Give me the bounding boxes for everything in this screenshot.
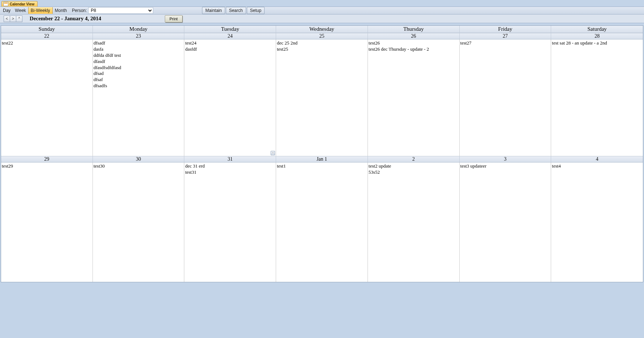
event-item[interactable]: 53s52 (369, 169, 459, 176)
view-biweekly-button[interactable]: Bi-Weekly (28, 7, 53, 14)
today-button[interactable]: ^ (16, 16, 22, 22)
day-cell[interactable]: test27 (460, 39, 551, 156)
date-range-label: December 22 - January 4, 2014 (30, 16, 101, 22)
event-item[interactable]: dfasdf (94, 59, 184, 65)
date-row-week2: 29 30 31 Jan 1 2 3 4 (1, 156, 643, 162)
prev-button[interactable]: < (4, 16, 10, 22)
day-cell[interactable]: test22 (1, 39, 93, 156)
event-item[interactable]: dec 25 2nd (277, 40, 367, 46)
form-tab[interactable]: Calendar View (1, 1, 38, 7)
day-header-saturday: Saturday (551, 26, 643, 33)
day-cell[interactable]: test30 (93, 162, 185, 282)
day-cell[interactable]: test29 (1, 162, 93, 282)
toolbar-right-group: Maintain Search Setup (202, 7, 265, 14)
day-cell[interactable]: dec 31 erdtest31 (184, 162, 276, 282)
form-tab-header: Calendar View (0, 0, 644, 7)
calendar-grid: Sunday Monday Tuesday Wednesday Thursday… (1, 25, 643, 282)
navigation-row: < > ^ December 22 - January 4, 2014 Prin… (0, 14, 644, 23)
date-cell[interactable]: Jan 1 (276, 156, 368, 162)
event-item[interactable]: dfsadfs (94, 83, 184, 89)
event-item[interactable]: test29 (2, 163, 92, 169)
day-cell[interactable]: dec 25 2ndtest25 (276, 39, 368, 156)
date-cell[interactable]: 26 (368, 33, 460, 39)
event-item[interactable]: dfsadf (94, 40, 184, 46)
more-events-icon[interactable]: ^ (271, 151, 275, 155)
event-item[interactable]: dfsaf (94, 77, 184, 83)
maintain-button[interactable]: Maintain (202, 7, 225, 14)
day-header-sunday: Sunday (1, 26, 93, 33)
day-cell[interactable]: test3 updateer (460, 162, 551, 282)
event-item[interactable]: ddfda dfdf test (94, 52, 184, 59)
body-row-week2: test29 test30 dec 31 erdtest31 test1 tes… (1, 162, 643, 282)
event-item[interactable]: dasfa (94, 46, 184, 52)
event-item[interactable]: test31 (185, 169, 275, 176)
day-header-monday: Monday (93, 26, 185, 33)
event-item[interactable]: test24 (185, 40, 275, 46)
date-cell[interactable]: 24 (184, 33, 276, 39)
print-button[interactable]: Print (165, 15, 183, 22)
main-toolbar: Day Week Bi-Weekly Month Person: P8 Main… (0, 7, 644, 14)
date-cell[interactable]: 3 (460, 156, 551, 162)
event-item[interactable]: test2 update (369, 163, 459, 169)
event-item[interactable]: test22 (2, 40, 92, 46)
day-header-tuesday: Tuesday (184, 26, 276, 33)
person-select[interactable]: P8 (88, 7, 153, 14)
date-cell[interactable]: 29 (1, 156, 93, 162)
event-item[interactable]: test26 (369, 40, 459, 46)
date-cell[interactable]: 31 (184, 156, 276, 162)
event-item[interactable]: dfasdfsdfdfasd (94, 65, 184, 71)
nav-button-group: < > ^ (4, 16, 22, 22)
body-row-week1: test22 dfsadfdasfaddfda dfdf testdfasdfd… (1, 39, 643, 156)
event-item[interactable]: test25 (277, 46, 367, 52)
setup-button[interactable]: Setup (247, 7, 265, 14)
day-header-row: Sunday Monday Tuesday Wednesday Thursday… (1, 26, 643, 33)
date-cell[interactable]: 28 (551, 33, 643, 39)
day-header-friday: Friday (460, 26, 551, 33)
event-item[interactable]: dasfdf (185, 46, 275, 52)
event-item[interactable]: test sat 28 - an update - a 2nd (552, 40, 642, 46)
event-item[interactable]: test30 (94, 163, 184, 169)
next-button[interactable]: > (10, 16, 16, 22)
person-label: Person: (69, 7, 88, 14)
day-cell[interactable]: test4 (551, 162, 643, 282)
event-item[interactable]: dfsad (94, 71, 184, 77)
event-item[interactable]: test4 (552, 163, 642, 169)
view-day-button[interactable]: Day (1, 7, 13, 14)
search-button[interactable]: Search (226, 7, 246, 14)
view-month-button[interactable]: Month (53, 7, 69, 14)
date-cell[interactable]: 27 (460, 33, 551, 39)
event-item[interactable]: test27 (460, 40, 550, 46)
date-cell[interactable]: 25 (276, 33, 368, 39)
event-item[interactable]: test1 (277, 163, 367, 169)
day-header-thursday: Thursday (368, 26, 460, 33)
date-cell[interactable]: 4 (551, 156, 643, 162)
day-cell[interactable]: test24dasfdf^ (184, 39, 276, 156)
day-header-wednesday: Wednesday (276, 26, 368, 33)
day-cell[interactable]: test2 update53s52 (368, 162, 460, 282)
day-cell[interactable]: test1 (276, 162, 368, 282)
form-icon (3, 2, 8, 6)
event-item[interactable]: dec 31 erd (185, 163, 275, 169)
event-item[interactable]: test26 dec Thursday - update - 2 (369, 46, 459, 52)
event-item[interactable]: test3 updateer (460, 163, 550, 169)
day-cell[interactable]: test26test26 dec Thursday - update - 2 (368, 39, 460, 156)
date-cell[interactable]: 30 (93, 156, 185, 162)
day-cell[interactable]: dfsadfdasfaddfda dfdf testdfasdfdfasdfsd… (93, 39, 185, 156)
date-cell[interactable]: 23 (93, 33, 185, 39)
view-week-button[interactable]: Week (13, 7, 28, 14)
date-cell[interactable]: 2 (368, 156, 460, 162)
date-cell[interactable]: 22 (1, 33, 93, 39)
day-cell[interactable]: test sat 28 - an update - a 2nd (551, 39, 643, 156)
date-row-week1: 22 23 24 25 26 27 28 (1, 33, 643, 39)
form-tab-title: Calendar View (10, 2, 34, 6)
